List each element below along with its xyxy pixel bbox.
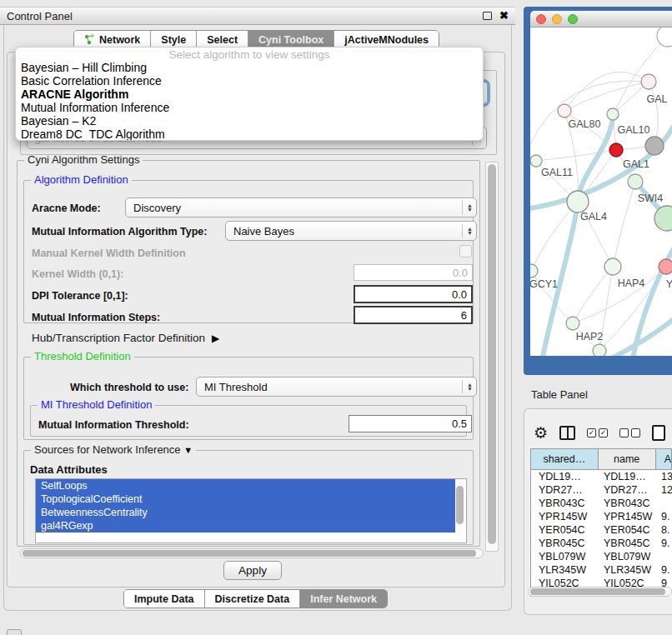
tab-label: Style <box>161 34 186 46</box>
dpi-tolerance-label: DPI Tolerance [0,1]: <box>32 290 128 302</box>
sources-group-title[interactable]: Sources for Network Inference ▼ <box>31 443 196 456</box>
apply-button[interactable]: Apply <box>223 561 282 580</box>
table-cell <box>658 497 672 510</box>
tab-jactivemnodules[interactable]: jActiveMNodules <box>333 31 439 48</box>
combo-arrows-icon: ▲▼ <box>462 380 473 393</box>
network-node-label: GAL <box>646 93 667 105</box>
dpi-tolerance-field[interactable] <box>354 285 473 303</box>
algorithm-option[interactable]: Basic Correlation Inference <box>16 74 483 88</box>
aracne-mode-combo[interactable]: Discovery ▲▼ <box>125 198 477 218</box>
tab-label: Network <box>99 34 140 46</box>
table-row[interactable]: YBR045CYBR045C9. <box>531 537 672 550</box>
network-node[interactable] <box>609 143 623 157</box>
scrollbar-thumb[interactable] <box>530 588 665 595</box>
table-cell: YBR045C <box>531 537 599 550</box>
attribute-item[interactable]: gal4RGexp <box>36 519 455 532</box>
mi-steps-field[interactable] <box>354 306 473 324</box>
close-window-icon[interactable] <box>536 14 546 24</box>
tab-network[interactable]: Network <box>74 31 150 48</box>
tab-cyni-toolbox[interactable]: Cyni Toolbox <box>248 31 333 48</box>
table-cell: 9. <box>658 563 672 577</box>
algorithm-option[interactable]: Dream8 DC_TDC Algorithm <box>16 128 483 141</box>
network-icon <box>84 34 95 45</box>
which-threshold-combo[interactable]: MI Threshold ▲▼ <box>196 377 477 397</box>
manual-kernel-checkbox[interactable] <box>459 245 472 258</box>
table-row[interactable]: YDL19…YDL19…13 <box>531 470 672 483</box>
select-all-checkboxes-icon[interactable]: ✓✓ <box>587 428 608 438</box>
bottom-left-partial-button[interactable] <box>7 629 22 635</box>
network-node[interactable] <box>657 28 672 47</box>
node-table: shared… name A YDL19…YDL19…13YDR27…YDR27… <box>530 448 672 597</box>
attribute-item[interactable]: BetweennessCentrality <box>36 506 455 519</box>
column-layout-icon[interactable] <box>559 426 575 440</box>
attributes-scrollbar[interactable] <box>455 481 464 541</box>
new-table-icon[interactable] <box>652 425 665 441</box>
table-row[interactable]: YBR043CYBR043C <box>531 497 672 510</box>
network-window-titlebar[interactable] <box>530 11 672 28</box>
tab-discretize-data[interactable]: Discretize Data <box>204 590 300 608</box>
tab-select[interactable]: Select <box>196 31 248 48</box>
attribute-item[interactable]: TopologicalCoefficient <box>36 492 455 506</box>
cyni-settings-title: Cyni Algorithm Settings <box>24 153 143 166</box>
network-node[interactable] <box>641 74 656 89</box>
network-node[interactable] <box>628 174 643 189</box>
algorithm-option[interactable]: Mutual Information Inference <box>16 101 483 114</box>
table-cell: 8. <box>658 523 672 537</box>
column-header-partial[interactable]: A <box>656 449 672 469</box>
gear-icon[interactable]: ⚙ <box>534 425 548 441</box>
table-horizontal-scrollbar[interactable] <box>528 587 672 597</box>
column-header-name[interactable]: name <box>599 449 656 469</box>
network-node[interactable] <box>604 258 621 275</box>
network-node[interactable] <box>530 155 542 167</box>
network-node[interactable] <box>645 137 664 155</box>
deselect-all-checkboxes-icon[interactable] <box>619 428 640 438</box>
network-node[interactable] <box>659 259 672 274</box>
column-header-shared[interactable]: shared… <box>531 449 599 469</box>
zoom-window-icon[interactable] <box>568 14 578 24</box>
network-node-label: SWI4 <box>638 192 664 204</box>
kernel-width-field[interactable] <box>354 264 473 281</box>
table-row[interactable]: YIL052CYIL052C9 <box>531 577 672 587</box>
table-cell: 9. <box>658 510 672 523</box>
network-canvas[interactable]: GALGAL80GAL10GAL1GAL11SWI4GAL4GCY1HAP4YH… <box>530 28 672 356</box>
close-panel-icon[interactable]: ✖ <box>499 12 509 20</box>
network-node-label: GAL11 <box>541 167 573 178</box>
float-panel-icon[interactable] <box>483 12 492 20</box>
table-row[interactable]: YBL079WYBL079W <box>531 550 672 563</box>
network-node[interactable] <box>607 108 619 120</box>
network-node[interactable] <box>566 317 579 330</box>
table-row[interactable]: YDR27…YDR27…12 <box>531 483 672 497</box>
scrollbar-thumb[interactable] <box>456 486 464 524</box>
mi-threshold-field[interactable] <box>349 415 472 432</box>
scrollbar-thumb[interactable] <box>488 164 496 544</box>
threshold-definition-title: Threshold Definition <box>31 350 134 362</box>
algorithm-option[interactable]: ARACNE Algorithm <box>16 88 483 101</box>
settings-vertical-scrollbar[interactable] <box>485 162 499 552</box>
minimize-window-icon[interactable] <box>552 14 562 24</box>
network-node[interactable] <box>567 191 589 212</box>
settings-horizontal-scrollbar[interactable] <box>20 548 484 558</box>
network-view[interactable]: GALGAL80GAL10GAL1GAL11SWI4GAL4GCY1HAP4YH… <box>530 28 672 356</box>
tab-label: jActiveMNodules <box>344 34 429 46</box>
mi-type-combo[interactable]: Naive Bayes ▲▼ <box>225 221 477 241</box>
network-node[interactable] <box>530 264 538 278</box>
algorithm-option[interactable]: Bayesian – K2 <box>16 114 483 128</box>
mi-threshold-group-title: MI Threshold Definition <box>38 398 155 411</box>
table-row[interactable]: YLR345WYLR345W9. <box>531 563 672 577</box>
sources-title-text: Sources for Network Inference <box>34 443 181 456</box>
table-cell: YDR27… <box>599 483 658 497</box>
network-node[interactable] <box>593 344 606 356</box>
algorithm-option[interactable]: Bayesian – Hill Climbing <box>16 61 483 74</box>
network-node-label: Y <box>666 278 672 290</box>
tab-infer-network[interactable]: Infer Network <box>299 590 387 608</box>
tab-style[interactable]: Style <box>150 31 196 48</box>
table-row[interactable]: YPR145WYPR145W9. <box>531 510 672 523</box>
collapse-down-icon: ▼ <box>183 445 193 455</box>
data-attributes-list[interactable]: SelfLoopsTopologicalCoefficientBetweenne… <box>35 478 467 543</box>
tab-impute-data[interactable]: Impute Data <box>124 590 204 608</box>
attribute-item[interactable]: SelfLoops <box>36 479 455 492</box>
table-row[interactable]: YER054CYER054C8. <box>531 523 672 537</box>
hub-definition-toggle[interactable]: Hub/Transcription Factor Definition ▶ <box>32 332 219 344</box>
scrollbar-thumb[interactable] <box>23 550 476 557</box>
network-node[interactable] <box>558 104 571 118</box>
